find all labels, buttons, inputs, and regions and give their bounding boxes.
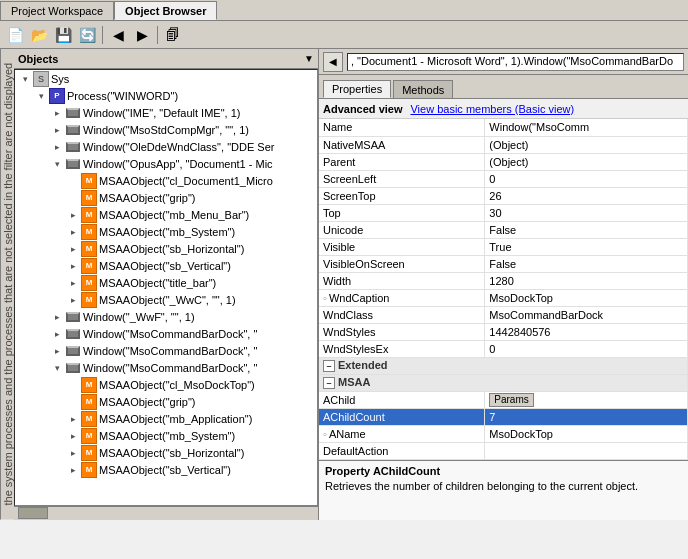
tree-item-19[interactable]: MMSAAObject("grip") <box>15 393 317 410</box>
tab-object-browser[interactable]: Object Browser <box>114 1 217 20</box>
tree-item-18[interactable]: MMSAAObject("cl_MsoDockTop") <box>15 376 317 393</box>
prop-row[interactable]: AChildParams <box>319 391 688 408</box>
prop-row[interactable]: NameWindow("MsoComm <box>319 119 688 136</box>
tree-icon-window <box>65 360 81 376</box>
tree-expand-18[interactable] <box>65 377 81 393</box>
tree-expand-5[interactable]: ▾ <box>49 156 65 172</box>
tree-expand-6[interactable] <box>65 173 81 189</box>
tree-item-16[interactable]: ▸Window("MsoCommandBarDock", " <box>15 342 317 359</box>
tree-expand-17[interactable]: ▾ <box>49 360 65 376</box>
tree-item-5[interactable]: ▾Window("OpusApp", "Document1 - Mic <box>15 155 317 172</box>
tree-expand-15[interactable]: ▸ <box>49 326 65 342</box>
toolbar-save-btn[interactable]: 💾 <box>52 24 74 46</box>
tree-expand-9[interactable]: ▸ <box>65 224 81 240</box>
prop-row[interactable]: WndStylesEx0 <box>319 340 688 357</box>
tab-project-workspace[interactable]: Project Workspace <box>0 1 114 20</box>
tree-item-20[interactable]: ▸MMSAAObject("mb_Application") <box>15 410 317 427</box>
prop-row[interactable]: WndStyles1442840576 <box>319 323 688 340</box>
prop-row[interactable]: ◦ANameMsoDockTop <box>319 425 688 442</box>
prop-name: WndStylesEx <box>319 340 485 357</box>
tree-item-23[interactable]: ▸MMSAAObject("sb_Vertical") <box>15 461 317 478</box>
tab-methods[interactable]: Methods <box>393 80 453 98</box>
tree-expand-19[interactable] <box>65 394 81 410</box>
tree-expand-7[interactable] <box>65 190 81 206</box>
toolbar-open-btn[interactable]: 📂 <box>28 24 50 46</box>
toolbar-back-btn[interactable]: ◀ <box>107 24 129 46</box>
tree-hscrollbar[interactable] <box>14 506 318 520</box>
tree-item-11[interactable]: ▸MMSAAObject("sb_Vertical") <box>15 257 317 274</box>
desc-text: Retrieves the number of children belongi… <box>325 479 682 494</box>
tree-item-10[interactable]: ▸MMSAAObject("sb_Horizontal") <box>15 240 317 257</box>
tree-item-13[interactable]: ▸MMSAAObject("_WwC", "", 1) <box>15 291 317 308</box>
tree-expand-16[interactable]: ▸ <box>49 343 65 359</box>
tree-item-12[interactable]: ▸MMSAAObject("title_bar") <box>15 274 317 291</box>
toolbar-view-btn[interactable]: 🗐 <box>162 24 184 46</box>
tree-label-0: Sys <box>51 73 69 85</box>
tree-expand-14[interactable]: ▸ <box>49 309 65 325</box>
prop-value: MsoDockTop <box>485 289 688 306</box>
address-back-btn[interactable]: ◀ <box>323 52 343 72</box>
tree-icon-msaa: M <box>81 394 97 410</box>
prop-row[interactable]: Width1280 <box>319 272 688 289</box>
group-header-extended[interactable]: –Extended <box>319 357 688 374</box>
tree-expand-4[interactable]: ▸ <box>49 139 65 155</box>
tree-expand-23[interactable]: ▸ <box>65 462 81 478</box>
tree-icon-root: S <box>33 71 49 87</box>
prop-row[interactable]: ScreenLeft0 <box>319 170 688 187</box>
tree-expand-2[interactable]: ▸ <box>49 105 65 121</box>
prop-name: WndStyles <box>319 323 485 340</box>
prop-name: ◦WndCaption <box>319 289 485 306</box>
panel-collapse-btn[interactable]: ▼ <box>304 53 314 64</box>
prop-row[interactable]: DefaultAction <box>319 442 688 459</box>
tree-expand-8[interactable]: ▸ <box>65 207 81 223</box>
prop-value: Window("MsoComm <box>485 119 688 136</box>
prop-name: AChildCount <box>319 408 485 425</box>
tree-item-0[interactable]: ▾SSys <box>15 70 317 87</box>
prop-row[interactable]: AChildCount7 <box>319 408 688 425</box>
tree-item-15[interactable]: ▸Window("MsoCommandBarDock", " <box>15 325 317 342</box>
prop-row[interactable]: VisibleOnScreenFalse <box>319 255 688 272</box>
toolbar-forward-btn[interactable]: ▶ <box>131 24 153 46</box>
prop-row[interactable]: ScreenTop26 <box>319 187 688 204</box>
prop-row[interactable]: Top30 <box>319 204 688 221</box>
prop-row[interactable]: WndClassMsoCommandBarDock <box>319 306 688 323</box>
tree-item-21[interactable]: ▸MMSAAObject("mb_System") <box>15 427 317 444</box>
toolbar-new-btn[interactable]: 📄 <box>4 24 26 46</box>
group-header-msaa[interactable]: –MSAA <box>319 374 688 391</box>
tree-item-4[interactable]: ▸Window("OleDdeWndClass", "DDE Ser <box>15 138 317 155</box>
prop-row[interactable]: UnicodeFalse <box>319 221 688 238</box>
prop-row[interactable]: Parent(Object) <box>319 153 688 170</box>
toolbar-sep-2 <box>157 26 158 44</box>
view-basic-link[interactable]: View basic members (Basic view) <box>410 103 574 115</box>
tree-expand-13[interactable]: ▸ <box>65 292 81 308</box>
tree-expand-12[interactable]: ▸ <box>65 275 81 291</box>
tab-properties[interactable]: Properties <box>323 80 391 98</box>
tree-expand-11[interactable]: ▸ <box>65 258 81 274</box>
tree-item-17[interactable]: ▾Window("MsoCommandBarDock", " <box>15 359 317 376</box>
prop-row[interactable]: NativeMSAA(Object) <box>319 136 688 153</box>
tree-item-2[interactable]: ▸Window("IME", "Default IME", 1) <box>15 104 317 121</box>
tree-item-14[interactable]: ▸Window("_WwF", "", 1) <box>15 308 317 325</box>
toolbar-refresh-btn[interactable]: 🔄 <box>76 24 98 46</box>
tree-item-1[interactable]: ▾PProcess("WINWORD") <box>15 87 317 104</box>
tree-expand-1[interactable]: ▾ <box>33 88 49 104</box>
tree-expand-3[interactable]: ▸ <box>49 122 65 138</box>
prop-name: Name <box>319 119 485 136</box>
tree-label-10: MSAAObject("sb_Horizontal") <box>99 243 244 255</box>
prop-value: (Object) <box>485 136 688 153</box>
prop-row[interactable]: VisibleTrue <box>319 238 688 255</box>
tree-expand-21[interactable]: ▸ <box>65 428 81 444</box>
tree-item-8[interactable]: ▸MMSAAObject("mb_Menu_Bar") <box>15 206 317 223</box>
tree-item-9[interactable]: ▸MMSAAObject("mb_System") <box>15 223 317 240</box>
tree-expand-10[interactable]: ▸ <box>65 241 81 257</box>
tree-expand-22[interactable]: ▸ <box>65 445 81 461</box>
tree-item-6[interactable]: MMSAAObject("cl_Document1_Micro <box>15 172 317 189</box>
tree-expand-0[interactable]: ▾ <box>17 71 33 87</box>
prop-row[interactable]: ◦WndCaptionMsoDockTop <box>319 289 688 306</box>
params-btn[interactable]: Params <box>489 393 533 407</box>
tree-item-7[interactable]: MMSAAObject("grip") <box>15 189 317 206</box>
tree-expand-20[interactable]: ▸ <box>65 411 81 427</box>
tree-label-15: Window("MsoCommandBarDock", " <box>83 328 257 340</box>
tree-item-22[interactable]: ▸MMSAAObject("sb_Horizontal") <box>15 444 317 461</box>
tree-item-3[interactable]: ▸Window("MsoStdCompMgr", "", 1) <box>15 121 317 138</box>
